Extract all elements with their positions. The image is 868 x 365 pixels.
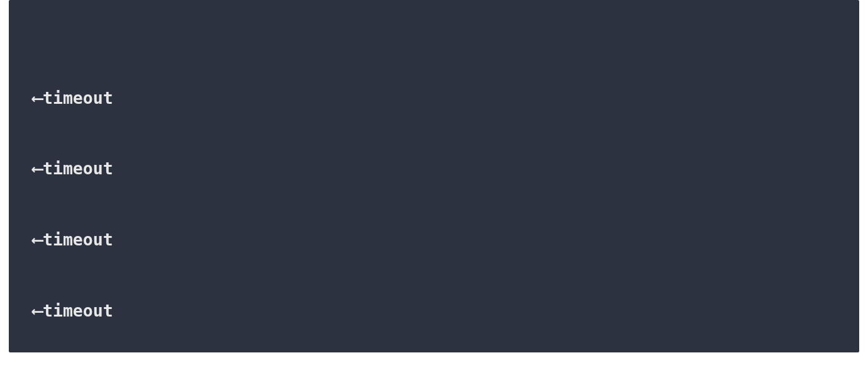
scan-timeout-line: ⟵timeout xyxy=(9,228,859,252)
terminal-output[interactable]: ⟵timeout ⟵timeout ⟵timeout ⟵timeout ⟵tim… xyxy=(9,0,859,352)
timeout-label: timeout xyxy=(43,157,113,181)
timeout-label: timeout xyxy=(43,86,113,110)
scan-timeout-line: ⟵timeout xyxy=(9,86,859,110)
timeout-label: timeout xyxy=(43,299,113,323)
arrow-left-icon: ⟵ xyxy=(33,228,42,252)
scan-timeout-line: ⟵timeout xyxy=(9,299,859,323)
arrow-left-icon: ⟵ xyxy=(33,157,42,181)
timeout-label: timeout xyxy=(43,228,113,252)
arrow-left-icon: ⟵ xyxy=(33,86,42,110)
arrow-left-icon: ⟵ xyxy=(33,299,42,323)
scan-timeout-line: ⟵timeout xyxy=(9,157,859,181)
